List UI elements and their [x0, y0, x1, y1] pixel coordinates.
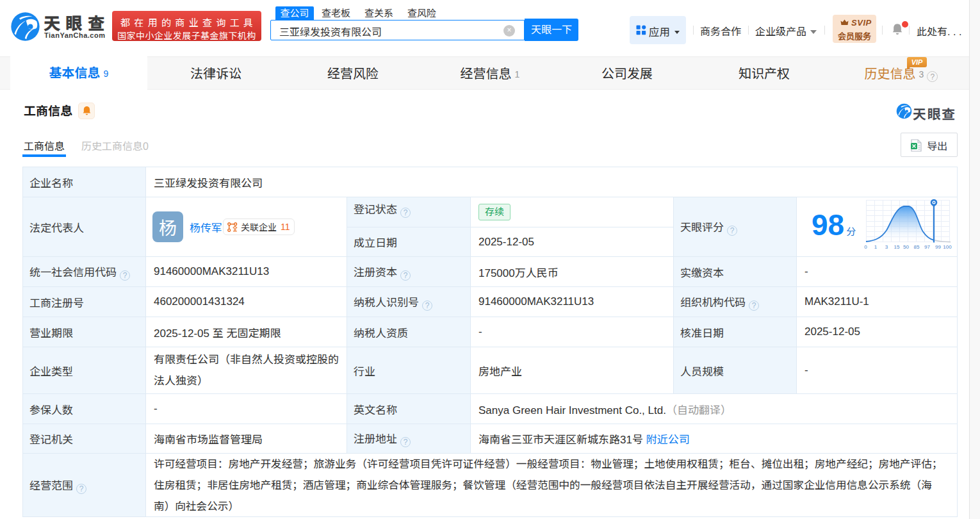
svg-text:15: 15 — [894, 244, 900, 250]
svg-text:50: 50 — [903, 244, 909, 250]
svg-text:1: 1 — [874, 244, 878, 250]
svg-text:97: 97 — [924, 244, 930, 250]
svg-text:3: 3 — [885, 244, 888, 250]
svg-text:100: 100 — [943, 244, 952, 250]
svg-text:85: 85 — [914, 244, 920, 250]
svg-text:99: 99 — [935, 244, 941, 250]
svg-text:0: 0 — [864, 244, 867, 250]
